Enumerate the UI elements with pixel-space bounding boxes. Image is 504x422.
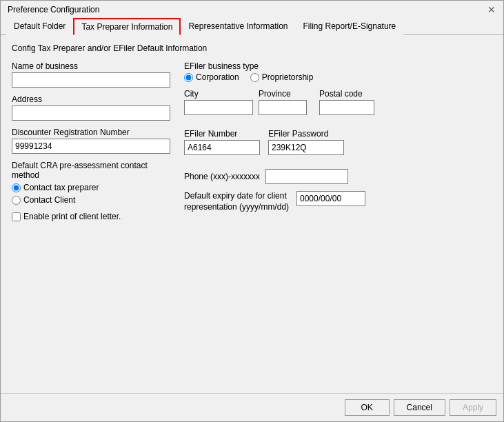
phone-label: Phone (xxx)-xxxxxxx: [184, 172, 260, 181]
discounter-group: Discounter Registration Number: [12, 128, 170, 154]
address-input[interactable]: [12, 106, 170, 121]
contact-method-section: Default CRA pre-assessment contact metho…: [12, 161, 170, 205]
window-title: Preference Configuration: [8, 5, 99, 14]
efiler-number-label: EFiler Number: [184, 129, 260, 139]
section-title: Config Tax Preparer and/or EFiler Defaul…: [12, 43, 492, 53]
radio-contact-client[interactable]: Contact Client: [12, 195, 170, 205]
address-group: Address: [12, 94, 170, 121]
name-of-business-group: Name of business: [12, 61, 170, 88]
efiler-type-radios: Corporation Proprietorship: [184, 72, 492, 82]
ok-button[interactable]: OK: [345, 399, 390, 416]
tab-tax-preparer[interactable]: Tax Preparer Information: [73, 18, 181, 35]
enable-print-checkbox[interactable]: Enable print of client letter.: [12, 212, 170, 221]
apply-button[interactable]: Apply: [450, 399, 496, 416]
form-layout: Name of business Address Discounter Regi…: [12, 61, 492, 221]
radio-corporation[interactable]: Corporation: [184, 72, 239, 82]
postal-code-label: Postal code: [319, 89, 374, 99]
efiler-business-type-group: EFiler business type Corporation Proprie…: [184, 61, 492, 82]
postal-code-group: Postal code: [319, 89, 374, 115]
efiler-password-label: EFiler Password: [268, 129, 344, 139]
contact-method-title: Default CRA pre-assessment contact metho…: [12, 161, 170, 180]
title-bar: Preference Configuration ✕: [1, 1, 503, 17]
form-left: Name of business Address Discounter Regi…: [12, 61, 170, 221]
close-button[interactable]: ✕: [487, 5, 496, 14]
tab-default-folder[interactable]: Default Folder: [6, 18, 73, 35]
phone-input[interactable]: [265, 169, 348, 184]
province-input[interactable]: [259, 100, 307, 115]
address-label: Address: [12, 94, 170, 104]
expiry-input[interactable]: [296, 191, 365, 206]
phone-row: Phone (xxx)-xxxxxxx: [184, 169, 492, 184]
efiler-number-group: EFiler Number: [184, 129, 260, 155]
efiler-password-group: EFiler Password: [268, 129, 344, 155]
expiry-label: Default expiry date for client represent…: [184, 191, 291, 212]
province-group: Province: [259, 89, 314, 115]
city-input[interactable]: [184, 100, 253, 115]
expiry-row: Default expiry date for client represent…: [184, 191, 492, 212]
discounter-label: Discounter Registration Number: [12, 128, 170, 137]
radio-contact-tax-preparer[interactable]: Contact tax preparer: [12, 183, 170, 192]
postal-code-input[interactable]: [319, 100, 374, 115]
tab-representative[interactable]: Representative Information: [181, 18, 295, 35]
city-label: City: [184, 89, 253, 99]
tab-bar: Default Folder Tax Preparer Information …: [1, 17, 503, 35]
efiler-row: EFiler Number EFiler Password: [184, 129, 492, 162]
tab-content: Config Tax Preparer and/or EFiler Defaul…: [1, 35, 503, 393]
tab-filing-report[interactable]: Filing Report/E-Signature: [296, 18, 404, 35]
contact-method-radios: Contact tax preparer Contact Client: [12, 183, 170, 205]
cancel-button[interactable]: Cancel: [394, 399, 445, 416]
province-label: Province: [259, 89, 314, 99]
city-province-row: City Province Postal code: [184, 89, 492, 122]
efiler-password-input[interactable]: [268, 140, 344, 155]
name-of-business-input[interactable]: [12, 72, 170, 88]
efiler-number-input[interactable]: [184, 140, 260, 155]
preference-configuration-window: Preference Configuration ✕ Default Folde…: [0, 0, 504, 422]
efiler-business-type-label: EFiler business type: [184, 61, 492, 71]
radio-proprietorship[interactable]: Proprietorship: [250, 72, 314, 82]
form-right: EFiler business type Corporation Proprie…: [184, 61, 492, 221]
name-of-business-label: Name of business: [12, 61, 170, 71]
discounter-input[interactable]: [12, 139, 170, 154]
city-group: City: [184, 89, 253, 115]
bottom-bar: OK Cancel Apply: [1, 393, 503, 421]
